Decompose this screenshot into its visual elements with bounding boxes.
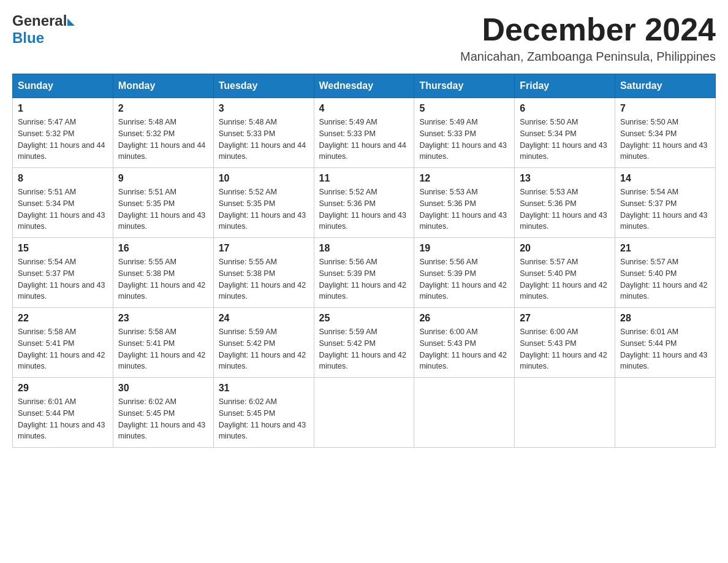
logo-blue-text: Blue [12,29,44,47]
calendar-cell: 15Sunrise: 5:54 AMSunset: 5:37 PMDayligh… [13,238,113,308]
calendar-week-row: 8Sunrise: 5:51 AMSunset: 5:34 PMDaylight… [13,168,716,238]
day-number: 13 [520,173,610,184]
day-info: Sunrise: 5:59 AMSunset: 5:42 PMDaylight:… [219,326,309,372]
day-number: 25 [319,313,409,324]
calendar-cell: 20Sunrise: 5:57 AMSunset: 5:40 PMDayligh… [515,238,615,308]
weekday-header-monday: Monday [113,74,213,98]
day-info: Sunrise: 5:48 AMSunset: 5:33 PMDaylight:… [219,117,309,163]
day-info: Sunrise: 5:49 AMSunset: 5:33 PMDaylight:… [319,117,409,163]
page-header: General Blue December 2024 Manicahan, Za… [12,12,716,64]
weekday-header-wednesday: Wednesday [314,74,414,98]
day-number: 17 [219,243,309,254]
day-number: 1 [18,103,108,114]
day-number: 5 [419,103,509,114]
calendar-cell: 27Sunrise: 6:00 AMSunset: 5:43 PMDayligh… [515,308,615,378]
day-info: Sunrise: 5:47 AMSunset: 5:32 PMDaylight:… [18,117,108,163]
day-number: 2 [118,103,208,114]
day-info: Sunrise: 5:53 AMSunset: 5:36 PMDaylight:… [419,186,509,232]
day-number: 11 [319,173,409,184]
day-number: 30 [118,383,208,394]
calendar-cell: 25Sunrise: 5:59 AMSunset: 5:42 PMDayligh… [314,308,414,378]
calendar-cell: 21Sunrise: 5:57 AMSunset: 5:40 PMDayligh… [615,238,716,308]
location-subtitle: Manicahan, Zamboanga Peninsula, Philippi… [460,50,716,64]
day-number: 16 [118,243,208,254]
calendar-cell [314,378,414,448]
calendar-cell: 2Sunrise: 5:48 AMSunset: 5:32 PMDaylight… [113,98,213,168]
day-info: Sunrise: 6:02 AMSunset: 5:45 PMDaylight:… [219,396,309,442]
day-info: Sunrise: 6:01 AMSunset: 5:44 PMDaylight:… [620,326,710,372]
calendar-cell: 17Sunrise: 5:55 AMSunset: 5:38 PMDayligh… [213,238,314,308]
day-info: Sunrise: 5:49 AMSunset: 5:33 PMDaylight:… [419,117,509,163]
calendar-cell: 11Sunrise: 5:52 AMSunset: 5:36 PMDayligh… [314,168,414,238]
calendar-cell: 10Sunrise: 5:52 AMSunset: 5:35 PMDayligh… [213,168,314,238]
calendar-cell: 26Sunrise: 6:00 AMSunset: 5:43 PMDayligh… [414,308,515,378]
weekday-header-saturday: Saturday [615,74,716,98]
day-number: 26 [419,313,509,324]
month-year-title: December 2024 [460,12,716,47]
calendar-cell: 31Sunrise: 6:02 AMSunset: 5:45 PMDayligh… [213,378,314,448]
day-number: 29 [18,383,108,394]
day-number: 7 [620,103,710,114]
logo-general-text: General [12,12,67,29]
day-info: Sunrise: 5:55 AMSunset: 5:38 PMDaylight:… [118,256,208,302]
calendar-week-row: 22Sunrise: 5:58 AMSunset: 5:41 PMDayligh… [13,308,716,378]
calendar-cell: 9Sunrise: 5:51 AMSunset: 5:35 PMDaylight… [113,168,213,238]
day-info: Sunrise: 6:01 AMSunset: 5:44 PMDaylight:… [18,396,108,442]
calendar-cell: 13Sunrise: 5:53 AMSunset: 5:36 PMDayligh… [515,168,615,238]
day-info: Sunrise: 5:58 AMSunset: 5:41 PMDaylight:… [18,326,108,372]
day-number: 14 [620,173,710,184]
day-info: Sunrise: 5:55 AMSunset: 5:38 PMDaylight:… [219,256,309,302]
calendar-cell: 3Sunrise: 5:48 AMSunset: 5:33 PMDaylight… [213,98,314,168]
calendar-cell: 4Sunrise: 5:49 AMSunset: 5:33 PMDaylight… [314,98,414,168]
day-info: Sunrise: 5:52 AMSunset: 5:36 PMDaylight:… [319,186,409,232]
day-info: Sunrise: 5:52 AMSunset: 5:35 PMDaylight:… [219,186,309,232]
day-info: Sunrise: 6:00 AMSunset: 5:43 PMDaylight:… [419,326,509,372]
calendar-week-row: 1Sunrise: 5:47 AMSunset: 5:32 PMDaylight… [13,98,716,168]
calendar-cell: 29Sunrise: 6:01 AMSunset: 5:44 PMDayligh… [13,378,113,448]
calendar-cell: 22Sunrise: 5:58 AMSunset: 5:41 PMDayligh… [13,308,113,378]
day-info: Sunrise: 5:59 AMSunset: 5:42 PMDaylight:… [319,326,409,372]
day-number: 23 [118,313,208,324]
day-number: 15 [18,243,108,254]
title-block: December 2024 Manicahan, Zamboanga Penin… [460,12,716,64]
day-info: Sunrise: 5:56 AMSunset: 5:39 PMDaylight:… [319,256,409,302]
logo: General Blue [12,12,75,47]
calendar-cell: 18Sunrise: 5:56 AMSunset: 5:39 PMDayligh… [314,238,414,308]
day-number: 18 [319,243,409,254]
calendar-cell: 24Sunrise: 5:59 AMSunset: 5:42 PMDayligh… [213,308,314,378]
calendar-cell: 6Sunrise: 5:50 AMSunset: 5:34 PMDaylight… [515,98,615,168]
day-info: Sunrise: 5:51 AMSunset: 5:34 PMDaylight:… [18,186,108,232]
day-info: Sunrise: 5:54 AMSunset: 5:37 PMDaylight:… [18,256,108,302]
day-number: 28 [620,313,710,324]
day-number: 9 [118,173,208,184]
day-info: Sunrise: 5:50 AMSunset: 5:34 PMDaylight:… [620,117,710,163]
day-number: 24 [219,313,309,324]
day-info: Sunrise: 5:50 AMSunset: 5:34 PMDaylight:… [520,117,610,163]
calendar-cell: 1Sunrise: 5:47 AMSunset: 5:32 PMDaylight… [13,98,113,168]
day-number: 6 [520,103,610,114]
calendar-cell [515,378,615,448]
day-info: Sunrise: 5:56 AMSunset: 5:39 PMDaylight:… [419,256,509,302]
day-number: 19 [419,243,509,254]
day-number: 27 [520,313,610,324]
weekday-header-friday: Friday [515,74,615,98]
calendar-cell [615,378,716,448]
calendar-table: SundayMondayTuesdayWednesdayThursdayFrid… [12,74,716,448]
day-info: Sunrise: 5:58 AMSunset: 5:41 PMDaylight:… [118,326,208,372]
weekday-header-thursday: Thursday [414,74,515,98]
calendar-week-row: 15Sunrise: 5:54 AMSunset: 5:37 PMDayligh… [13,238,716,308]
calendar-cell: 23Sunrise: 5:58 AMSunset: 5:41 PMDayligh… [113,308,213,378]
day-number: 12 [419,173,509,184]
day-number: 4 [319,103,409,114]
day-info: Sunrise: 6:00 AMSunset: 5:43 PMDaylight:… [520,326,610,372]
calendar-cell: 19Sunrise: 5:56 AMSunset: 5:39 PMDayligh… [414,238,515,308]
calendar-cell [414,378,515,448]
day-number: 10 [219,173,309,184]
day-number: 22 [18,313,108,324]
calendar-cell: 5Sunrise: 5:49 AMSunset: 5:33 PMDaylight… [414,98,515,168]
calendar-cell: 30Sunrise: 6:02 AMSunset: 5:45 PMDayligh… [113,378,213,448]
day-info: Sunrise: 5:48 AMSunset: 5:32 PMDaylight:… [118,117,208,163]
logo-triangle-icon [67,18,75,26]
day-info: Sunrise: 5:51 AMSunset: 5:35 PMDaylight:… [118,186,208,232]
calendar-cell: 12Sunrise: 5:53 AMSunset: 5:36 PMDayligh… [414,168,515,238]
